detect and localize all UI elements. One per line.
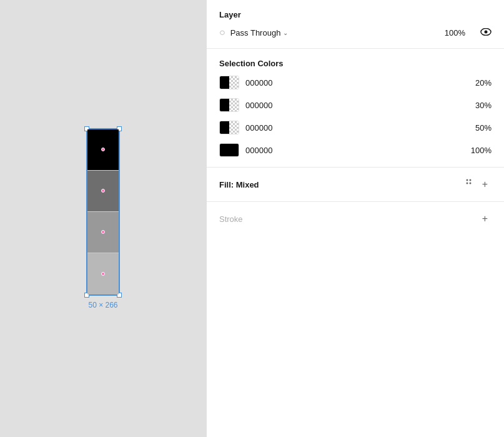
color-row-3[interactable]: 000000 50%	[219, 121, 492, 134]
properties-panel: Layer ○ Pass Through ⌄ 100% Selection Co…	[206, 0, 504, 437]
blend-mode-label: Pass Through	[230, 28, 281, 38]
selection-colors-title: Selection Colors	[219, 59, 492, 68]
color-row-2[interactable]: 000000 30%	[219, 98, 492, 112]
color-swatch-half-2	[220, 99, 239, 111]
stroke-section: Stroke +	[207, 202, 504, 236]
blend-mode-chevron-icon: ⌄	[283, 29, 288, 36]
center-dot-1	[101, 148, 105, 151]
svg-point-4	[466, 183, 468, 184]
layer-row: ○ Pass Through ⌄ 100%	[219, 27, 492, 38]
color-hex-1: 000000	[245, 78, 460, 88]
selection-colors-section: Selection Colors 000000 20% 000000 30%	[207, 49, 504, 168]
fill-label: Fill: Mixed	[219, 180, 462, 189]
center-dot-4	[101, 272, 105, 276]
canvas-panel: 50 × 266	[0, 0, 206, 437]
color-hex-4: 000000	[245, 146, 460, 155]
canvas-content: 50 × 266	[86, 128, 120, 309]
color-opacity-1: 20%	[467, 78, 492, 88]
color-hex-3: 000000	[245, 123, 460, 133]
svg-point-2	[466, 179, 468, 181]
opacity-value: 100%	[445, 28, 465, 38]
fill-add-button[interactable]: +	[478, 178, 492, 191]
dimension-label: 50 × 266	[88, 301, 117, 309]
svg-point-3	[469, 179, 471, 181]
color-swatch-half-1	[220, 76, 239, 89]
blend-mode-button[interactable]: Pass Through ⌄	[230, 28, 289, 38]
color-swatch-half-3	[220, 121, 239, 134]
center-dot-3	[101, 230, 105, 234]
plus-icon: +	[482, 179, 488, 189]
fill-row: Fill: Mixed +	[219, 178, 492, 191]
color-opacity-4: 100%	[467, 146, 492, 155]
color-swatch-solid-4	[220, 144, 239, 156]
color-swatch-2	[219, 98, 239, 112]
color-hex-2: 000000	[245, 101, 460, 110]
layer-section: Layer ○ Pass Through ⌄ 100%	[207, 0, 504, 49]
layer-swatch-2[interactable]	[87, 171, 119, 212]
stroke-add-button[interactable]: +	[478, 212, 492, 226]
color-opacity-2: 30%	[467, 101, 492, 110]
layer-swatch-1[interactable]	[87, 129, 119, 171]
svg-point-5	[469, 183, 471, 184]
color-swatch-3	[219, 121, 239, 134]
visibility-eye-icon[interactable]	[480, 27, 492, 38]
stroke-row: Stroke +	[219, 212, 492, 226]
stroke-plus-icon: +	[482, 213, 488, 224]
layer-section-title: Layer	[219, 10, 492, 19]
color-swatch-1	[219, 76, 239, 89]
stroke-label: Stroke	[219, 214, 478, 224]
fill-options-button[interactable]	[462, 178, 478, 191]
layer-swatch-4[interactable]	[87, 253, 119, 294]
color-row-4[interactable]: 000000 100%	[219, 143, 492, 157]
svg-point-1	[485, 31, 488, 34]
layer-stack	[86, 128, 120, 296]
color-swatch-4	[219, 143, 239, 157]
color-opacity-3: 50%	[467, 123, 492, 133]
layer-opacity-icon: ○	[219, 27, 225, 38]
color-row-1[interactable]: 000000 20%	[219, 76, 492, 89]
layer-swatch-3[interactable]	[87, 212, 119, 253]
fill-section: Fill: Mixed +	[207, 168, 504, 202]
center-dot-2	[101, 189, 105, 193]
